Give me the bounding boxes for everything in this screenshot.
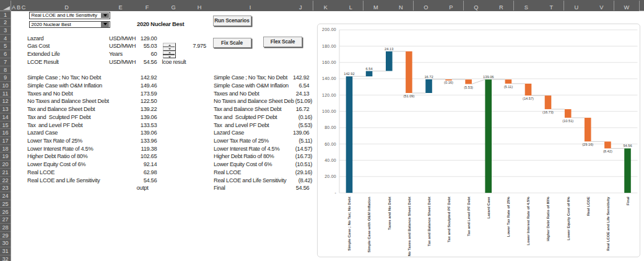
svg-text:Tax and Balance Sheet Debt: Tax and Balance Sheet Debt	[427, 197, 431, 246]
svg-text:Lower Tax Rate of 25%: Lower Tax Rate of 25%	[507, 196, 510, 237]
svg-text:(0.16): (0.16)	[444, 81, 453, 84]
svg-text:120.00: 120.00	[322, 92, 336, 97]
svg-text:Lower Equity Cost of 6%: Lower Equity Cost of 6%	[567, 196, 570, 240]
svg-text:200.00: 200.00	[322, 27, 336, 32]
svg-text:-: -	[334, 190, 336, 195]
svg-text:(14.57): (14.57)	[523, 97, 534, 100]
svg-text:60.00: 60.00	[324, 141, 336, 146]
svg-text:24.13: 24.13	[385, 46, 393, 50]
svg-text:No Taxes and Balance Sheet Deb: No Taxes and Balance Sheet Debt	[407, 197, 411, 256]
svg-text:(51.09): (51.09)	[403, 94, 414, 98]
svg-text:Lazard Case: Lazard Case	[487, 196, 490, 218]
svg-text:160.00: 160.00	[322, 60, 336, 64]
svg-text:(10.51): (10.51)	[562, 118, 573, 122]
svg-text:Simple Case ; No Tax; No Debt: Simple Case ; No Tax; No Debt	[347, 197, 351, 250]
svg-text:180.00: 180.00	[322, 43, 336, 48]
svg-text:(29.16): (29.16)	[582, 143, 593, 146]
svg-text:Higher Debt Ratio of 80%: Higher Debt Ratio of 80%	[546, 196, 550, 241]
svg-text:80.00: 80.00	[324, 125, 336, 130]
svg-text:20.00: 20.00	[324, 174, 336, 179]
svg-text:Tax and Level PF Debt: Tax and Level PF Debt	[467, 197, 471, 236]
svg-text:40.00: 40.00	[324, 157, 336, 162]
svg-text:Tax and Sculpted PF Debt: Tax and Sculpted PF Debt	[447, 197, 451, 242]
svg-text:6.54: 6.54	[366, 66, 373, 70]
svg-text:54.56: 54.56	[623, 144, 632, 148]
svg-text:(8.42): (8.42)	[603, 149, 612, 153]
svg-text:16.72: 16.72	[424, 75, 433, 79]
svg-text:Taxes and No Debt: Taxes and No Debt	[388, 197, 391, 230]
svg-text:100.00: 100.00	[322, 108, 336, 113]
svg-text:139.06: 139.06	[483, 75, 494, 79]
svg-text:Real LCOE and Life Sensitivity: Real LCOE and Life Sensitivity	[606, 196, 610, 250]
svg-text:(16.73): (16.73)	[542, 110, 554, 114]
svg-text:Simple Case with O&M Inflation: Simple Case with O&M Inflation	[367, 196, 371, 252]
svg-text:Final: Final	[626, 196, 630, 205]
svg-text:142.92: 142.92	[344, 72, 354, 76]
svg-text:Real LCOE: Real LCOE	[586, 197, 590, 216]
svg-text:(5.11): (5.11)	[504, 84, 513, 88]
svg-text:Lower Interest Rate of 4.5%: Lower Interest Rate of 4.5%	[526, 196, 530, 245]
svg-text:(5.53): (5.53)	[464, 85, 473, 89]
svg-text:140.00: 140.00	[322, 76, 336, 81]
